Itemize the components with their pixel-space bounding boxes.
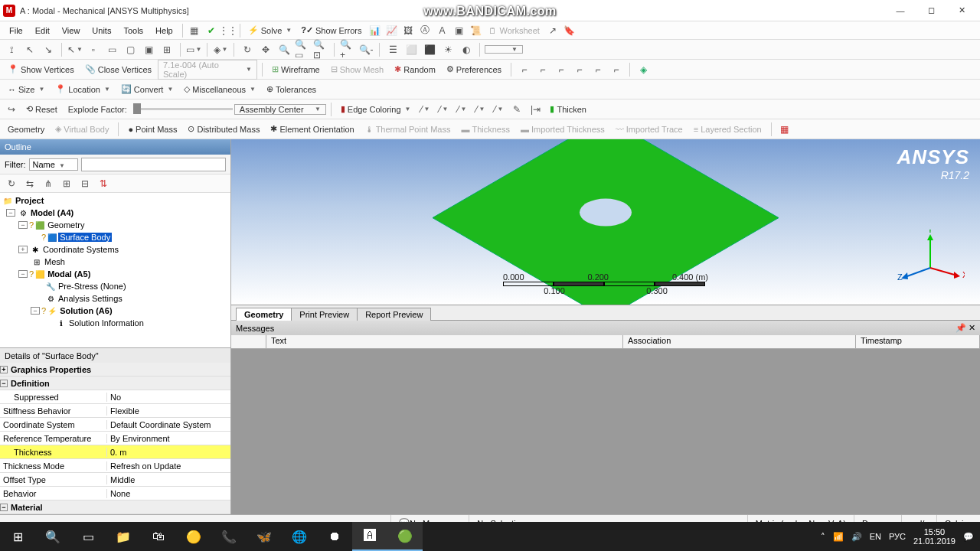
msgcol-icon[interactable] bbox=[231, 335, 266, 348]
size-button[interactable]: ↔Size▼ bbox=[3, 85, 49, 94]
d2-icon[interactable]: ⌐ bbox=[534, 61, 551, 78]
select-dropdown[interactable]: ▼ bbox=[485, 45, 523, 54]
menu-units[interactable]: Units bbox=[86, 24, 117, 37]
dm-task-icon[interactable]: 🟢 bbox=[387, 522, 423, 551]
val-coord[interactable]: Default Coordinate System bbox=[107, 420, 230, 429]
tree-solution[interactable]: Solution (A6) bbox=[58, 306, 113, 315]
show-errors-button[interactable]: ?✓Show Errors bbox=[296, 25, 366, 35]
tree-coord[interactable]: Coordinate Systems bbox=[41, 245, 120, 254]
cube-icon[interactable]: ◈ bbox=[635, 61, 652, 78]
app1-icon[interactable]: 🦋 bbox=[247, 522, 282, 551]
ctx-elem-orient[interactable]: ✱Element Orientation bbox=[266, 124, 358, 134]
ctx-thermal[interactable]: 🌡Thermal Point Mass bbox=[361, 125, 456, 134]
sel-edge-icon[interactable]: ↖ bbox=[21, 41, 38, 58]
box-select-icon[interactable]: ▭▼ bbox=[185, 41, 202, 58]
filter-dropdown[interactable]: Name ▼ bbox=[29, 158, 78, 171]
pin-icon[interactable]: 📌 bbox=[956, 323, 966, 333]
nav-icon[interactable]: ⋔ bbox=[40, 175, 57, 192]
prev-view-icon[interactable]: 🔍- bbox=[358, 41, 374, 58]
ec4-icon[interactable]: ∕▼ bbox=[472, 101, 488, 118]
sel-face-icon[interactable]: ↘ bbox=[40, 41, 57, 58]
tab-geometry[interactable]: Geometry bbox=[236, 308, 292, 321]
cursor-icon[interactable]: ↖▼ bbox=[67, 41, 83, 58]
autoscale-dropdown[interactable]: 7.1e-004 (Auto Scale)▼ bbox=[158, 60, 257, 80]
assemble-icon[interactable]: ↪ bbox=[3, 101, 20, 118]
tree-geometry[interactable]: Geometry bbox=[46, 220, 86, 230]
ctx-layered[interactable]: ≡Layered Section bbox=[689, 125, 766, 134]
tray-lang1[interactable]: EN bbox=[870, 532, 881, 541]
menu-edit[interactable]: Edit bbox=[29, 24, 56, 37]
val-offset[interactable]: Middle bbox=[107, 475, 230, 484]
grp-graphics[interactable]: Graphics Properties bbox=[11, 365, 91, 374]
d1-icon[interactable]: ⌐ bbox=[516, 61, 533, 78]
lookat-icon[interactable]: 🔍+ bbox=[339, 41, 356, 58]
taskview-icon[interactable]: ▭ bbox=[70, 522, 106, 551]
refresh-tree-icon[interactable]: ↻ bbox=[3, 175, 20, 192]
pan-icon[interactable]: ✥ bbox=[257, 41, 274, 58]
edge-mode-icon[interactable]: ▭ bbox=[103, 41, 120, 58]
tree-prestress[interactable]: Pre-Stress (None) bbox=[57, 282, 128, 291]
slide-icon[interactable]: 🖼 bbox=[400, 22, 416, 39]
ctx-end-icon[interactable]: ▦ bbox=[776, 121, 793, 138]
convert-button[interactable]: 🔄Convert▼ bbox=[116, 84, 178, 94]
rotate-icon[interactable]: ↻ bbox=[239, 41, 256, 58]
tag-icon[interactable]: 🔖 bbox=[561, 22, 578, 39]
ec1-icon[interactable]: ∕▼ bbox=[416, 101, 433, 118]
ctx-point-mass[interactable]: ●Point Mass bbox=[123, 125, 181, 134]
text-icon[interactable]: A bbox=[433, 22, 450, 39]
edge-icon[interactable]: 🌐 bbox=[282, 522, 317, 551]
filter-input[interactable] bbox=[81, 158, 226, 171]
project-tree[interactable]: 📁Project −⚙Model (A4) −?🟩Geometry ?🟦Surf… bbox=[0, 193, 230, 347]
val-behavior[interactable]: None bbox=[107, 489, 230, 498]
ctx-virtual[interactable]: ◈Virtual Body bbox=[51, 124, 113, 134]
tray-clock[interactable]: 15:5021.01.2019 bbox=[913, 527, 956, 546]
fit-icon[interactable]: 🔍⊡ bbox=[312, 41, 329, 58]
ctx-imp-thick[interactable]: ▬Imported Thickness bbox=[516, 125, 609, 134]
view2-icon[interactable]: ⬛ bbox=[421, 41, 438, 58]
toggle-tree-icon[interactable]: ▦ bbox=[186, 22, 203, 39]
collapse-icon[interactable]: ⊟ bbox=[77, 175, 93, 192]
expand-icon[interactable]: ⊞ bbox=[58, 175, 75, 192]
d5-icon[interactable]: ⌐ bbox=[590, 61, 606, 78]
minimize-button[interactable]: — bbox=[885, 0, 916, 21]
tab-print[interactable]: Print Preview bbox=[291, 308, 358, 321]
tree-mesh[interactable]: Mesh bbox=[43, 257, 67, 266]
menu-view[interactable]: View bbox=[56, 24, 87, 37]
script-icon[interactable]: 📜 bbox=[467, 22, 484, 39]
d4-icon[interactable]: ⌐ bbox=[571, 61, 588, 78]
a-icon[interactable]: Ⓐ bbox=[416, 22, 433, 39]
edge-coloring-button[interactable]: ▮Edge Coloring▼ bbox=[336, 104, 416, 114]
preferences-button[interactable]: ⚙Preferences bbox=[442, 64, 506, 74]
node-mode-icon[interactable]: ⊞ bbox=[158, 41, 175, 58]
val-thickness[interactable]: 0. m bbox=[107, 448, 230, 457]
ansys-task-icon[interactable]: 🅰 bbox=[352, 522, 387, 551]
tray-notif-icon[interactable]: 💬 bbox=[963, 532, 974, 542]
tray-lang2[interactable]: РУС bbox=[889, 532, 906, 541]
solve-button[interactable]: ⚡Solve▼ bbox=[243, 25, 296, 35]
close-button[interactable]: ✕ bbox=[946, 0, 977, 21]
menu-tools[interactable]: Tools bbox=[117, 24, 149, 37]
search-icon[interactable]: 🔍 bbox=[35, 522, 70, 551]
explode-slider[interactable] bbox=[133, 108, 233, 110]
tab-report[interactable]: Report Preview bbox=[357, 308, 431, 321]
misc-button[interactable]: ◇Miscellaneous▼ bbox=[179, 84, 260, 94]
menu-file[interactable]: File bbox=[3, 24, 29, 37]
tree-analysis[interactable]: Analysis Settings bbox=[57, 294, 124, 303]
msgcol-text[interactable]: Text bbox=[266, 335, 623, 348]
probe-icon[interactable]: |⇥ bbox=[527, 101, 544, 118]
random-button[interactable]: ✱Random bbox=[390, 64, 440, 74]
show-mesh-button[interactable]: ⊟Show Mesh bbox=[326, 64, 388, 74]
grp-definition[interactable]: Definition bbox=[11, 379, 50, 388]
wireframe-button[interactable]: ⊞Wireframe bbox=[267, 64, 325, 74]
tree-surface-body[interactable]: Surface Body bbox=[58, 233, 112, 242]
tolerances-button[interactable]: ⊕Tolerances bbox=[262, 84, 321, 94]
explorer-icon[interactable]: 📁 bbox=[106, 522, 141, 551]
ctx-dist-mass[interactable]: ⊙Distributed Mass bbox=[183, 124, 264, 134]
msgcol-time[interactable]: Timestamp bbox=[856, 335, 980, 348]
start-button[interactable]: ⊞ bbox=[0, 522, 35, 551]
show-vertices-button[interactable]: 📍Show Vertices bbox=[3, 64, 79, 74]
ec3-icon[interactable]: ∕▼ bbox=[453, 101, 470, 118]
sync-icon[interactable]: ⇆ bbox=[21, 175, 38, 192]
grp-material[interactable]: Material bbox=[11, 503, 43, 512]
vert-mode-icon[interactable]: ▫ bbox=[85, 41, 102, 58]
